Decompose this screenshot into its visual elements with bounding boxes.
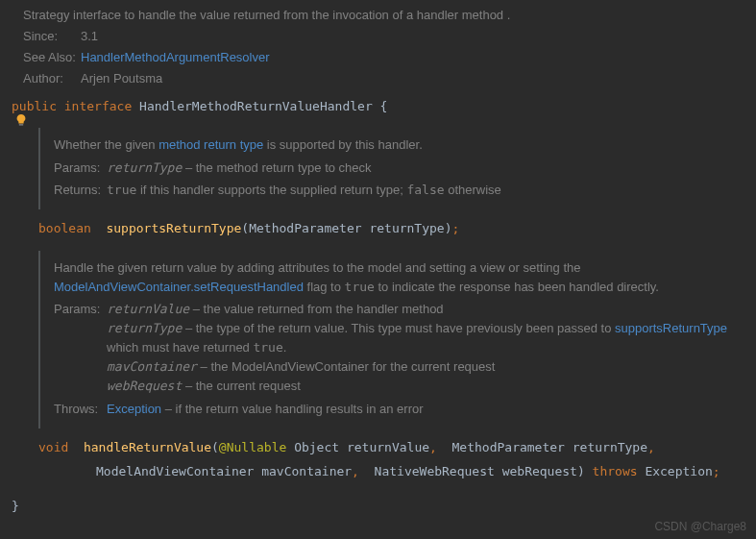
method2-signature-line2[interactable]: ModelAndViewContainer mavContainer, Nati… — [0, 460, 756, 484]
method1-javadoc: Whether the given method return type is … — [38, 128, 756, 208]
method2-signature-line1[interactable]: void handleReturnValue(@Nullable Object … — [0, 436, 756, 460]
since-label: Since: — [23, 27, 81, 46]
returns-label: Returns: — [54, 181, 107, 200]
close-brace[interactable]: } — [0, 495, 756, 519]
params-label: Params: — [54, 300, 107, 397]
throws-label: Throws: — [54, 400, 107, 419]
exception-link[interactable]: Exception — [107, 402, 161, 416]
nullable-annotation: @Nullable — [219, 440, 286, 454]
method1-signature[interactable]: boolean supportsReturnType(MethodParamet… — [0, 217, 756, 241]
lightbulb-icon[interactable] — [14, 113, 28, 127]
seealso-link[interactable]: HandlerMethodArgumentResolver — [81, 48, 270, 67]
param-name: returnType — [107, 160, 182, 175]
watermark: CSDN @Charge8 — [654, 520, 746, 533]
type-name: HandlerMethodReturnValueHandler — [139, 99, 373, 113]
author-label: Author: — [23, 69, 81, 88]
since-value: 3.1 — [81, 27, 98, 46]
method2-javadoc: Handle the given return value by adding … — [38, 251, 756, 429]
supportsreturntype-link[interactable]: supportsReturnType — [615, 321, 727, 335]
svg-rect-0 — [19, 124, 23, 125]
method-return-type-link[interactable]: method return type — [159, 137, 263, 152]
setrequesthandled-link[interactable]: ModelAndViewContainer.setRequestHandled — [54, 280, 304, 294]
class-javadoc: Strategy interface to handle the value r… — [0, 0, 756, 95]
interface-declaration[interactable]: public interface HandlerMethodReturnValu… — [0, 95, 756, 119]
class-summary: Strategy interface to handle the value r… — [23, 6, 746, 25]
seealso-label: See Also: — [23, 48, 81, 67]
params-label: Params: — [54, 159, 107, 178]
author-value: Arjen Poutsma — [81, 69, 162, 88]
